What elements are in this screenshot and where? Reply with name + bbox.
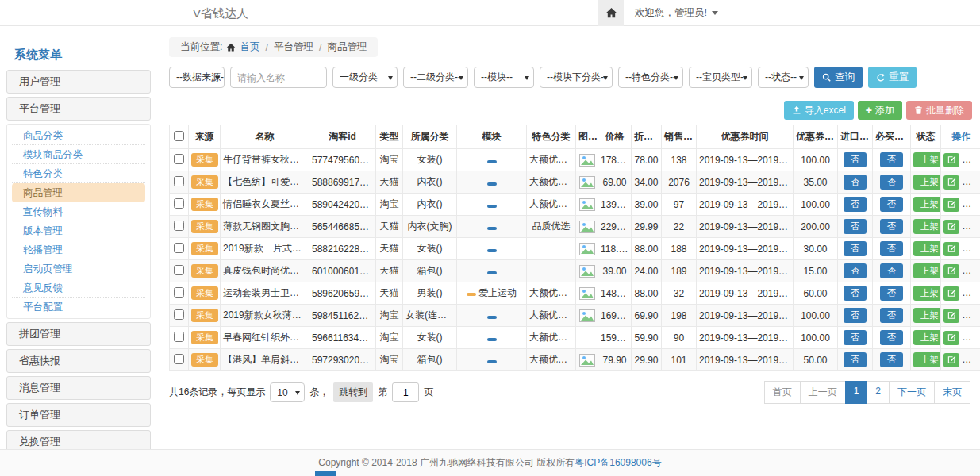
edit-button[interactable] xyxy=(943,353,959,367)
sidebar-subitem-current[interactable]: 商品管理 xyxy=(12,183,145,202)
sidebar-section-platform-management[interactable]: 平台管理 xyxy=(6,97,151,121)
delete-button[interactable] xyxy=(965,331,980,345)
delete-button[interactable] xyxy=(965,242,980,256)
page-button[interactable]: 末页 xyxy=(934,381,970,404)
status-badge[interactable]: 上架 xyxy=(913,352,941,367)
import-flag-badge[interactable]: 否 xyxy=(844,308,867,323)
goto-page-button[interactable]: 跳转到 xyxy=(333,382,373,402)
page-button[interactable]: 2 xyxy=(867,381,890,404)
status-badge[interactable]: 上架 xyxy=(913,286,941,301)
row-checkbox[interactable] xyxy=(174,287,184,298)
import-flag-badge[interactable]: 否 xyxy=(844,286,867,301)
filter-select-level1-category[interactable]: 一级分类 xyxy=(332,67,398,88)
must-buy-badge[interactable]: 否 xyxy=(880,152,904,167)
must-buy-badge[interactable]: 否 xyxy=(880,352,904,367)
sidebar-subitem[interactable]: 宣传物料 xyxy=(12,202,145,221)
import-flag-badge[interactable]: 否 xyxy=(844,152,867,167)
breadcrumb-home-link[interactable]: 首页 xyxy=(240,40,259,54)
sidebar-subitem[interactable]: 特色分类 xyxy=(12,164,145,183)
edit-button[interactable] xyxy=(943,153,959,167)
import-flag-badge[interactable]: 否 xyxy=(844,219,867,234)
row-checkbox[interactable] xyxy=(174,354,184,364)
status-badge[interactable]: 上架 xyxy=(913,308,941,323)
sidebar-subitem[interactable]: 模块商品分类 xyxy=(12,145,145,164)
edit-button[interactable] xyxy=(943,242,959,256)
page-button[interactable]: 1 xyxy=(845,381,868,404)
import-flag-badge[interactable]: 否 xyxy=(844,241,867,256)
row-checkbox[interactable] xyxy=(174,309,184,320)
must-buy-badge[interactable]: 否 xyxy=(880,197,904,212)
sidebar-subitem[interactable]: 平台配置 xyxy=(12,298,145,317)
product-name-input[interactable] xyxy=(230,67,327,88)
delete-button[interactable] xyxy=(965,264,980,278)
import-flag-badge[interactable]: 否 xyxy=(844,352,867,367)
status-badge[interactable]: 上架 xyxy=(913,330,941,345)
delete-button[interactable] xyxy=(965,153,980,167)
sidebar-section-message-management[interactable]: 消息管理 xyxy=(6,376,151,400)
edit-button[interactable] xyxy=(943,309,959,323)
delete-button[interactable] xyxy=(965,175,980,190)
status-badge[interactable]: 上架 xyxy=(913,175,941,190)
row-checkbox[interactable] xyxy=(174,198,184,209)
sidebar-subitem[interactable]: 意见反馈 xyxy=(12,278,145,298)
row-checkbox[interactable] xyxy=(174,265,184,275)
add-button[interactable]: + 添加 xyxy=(858,101,902,120)
must-buy-badge[interactable]: 否 xyxy=(880,286,904,301)
row-checkbox[interactable] xyxy=(174,154,184,164)
delete-button[interactable] xyxy=(965,220,980,234)
import-excel-button[interactable]: 导入excel xyxy=(784,101,854,120)
batch-delete-button[interactable]: 批量删除 xyxy=(906,101,972,120)
filter-select-module[interactable]: --模块-- xyxy=(474,67,534,88)
reset-button[interactable]: 重置 xyxy=(868,67,917,88)
sidebar-section-group-buy[interactable]: 拼团管理 xyxy=(6,322,151,346)
import-flag-badge[interactable]: 否 xyxy=(844,330,867,345)
page-size-select[interactable]: 10 xyxy=(270,382,305,402)
import-flag-badge[interactable]: 否 xyxy=(844,175,867,190)
select-all-checkbox[interactable] xyxy=(174,131,184,141)
status-badge[interactable]: 上架 xyxy=(913,241,941,256)
status-badge[interactable]: 上架 xyxy=(913,219,941,234)
user-menu[interactable]: 欢迎您，管理员! xyxy=(635,6,718,20)
must-buy-badge[interactable]: 否 xyxy=(880,219,904,234)
delete-button[interactable] xyxy=(965,309,980,323)
status-badge[interactable]: 上架 xyxy=(913,263,941,278)
must-buy-badge[interactable]: 否 xyxy=(880,175,904,190)
filter-select-module-subcategory[interactable]: --模块下分类-- xyxy=(540,67,613,88)
import-flag-badge[interactable]: 否 xyxy=(844,263,867,278)
row-checkbox[interactable] xyxy=(174,176,184,186)
edit-button[interactable] xyxy=(943,175,959,190)
delete-button[interactable] xyxy=(965,286,980,301)
filter-select-status[interactable]: --状态-- xyxy=(758,67,809,88)
edit-button[interactable] xyxy=(943,286,959,301)
page-button[interactable]: 首页 xyxy=(764,381,801,404)
row-checkbox[interactable] xyxy=(174,221,184,231)
sidebar-subitem[interactable]: 轮播管理 xyxy=(12,240,145,259)
import-flag-badge[interactable]: 否 xyxy=(844,197,867,212)
edit-button[interactable] xyxy=(943,264,959,278)
search-button[interactable]: 查询 xyxy=(814,67,863,88)
must-buy-badge[interactable]: 否 xyxy=(880,263,904,278)
edit-button[interactable] xyxy=(943,198,959,212)
filter-select-feature-category[interactable]: --特色分类-- xyxy=(618,67,683,88)
page-button[interactable]: 下一页 xyxy=(889,381,935,404)
sidebar-subitem[interactable]: 启动页管理 xyxy=(12,259,145,278)
must-buy-badge[interactable]: 否 xyxy=(880,308,904,323)
edit-button[interactable] xyxy=(943,331,959,345)
sidebar-section-order-management[interactable]: 订单管理 xyxy=(6,403,151,427)
filter-select-data-source[interactable]: --数据来源-- xyxy=(169,67,225,88)
status-badge[interactable]: 上架 xyxy=(913,152,941,167)
sidebar-section-express-news[interactable]: 省惠快报 xyxy=(6,349,151,373)
sidebar-subitem[interactable]: 版本管理 xyxy=(12,221,145,240)
delete-button[interactable] xyxy=(965,198,980,212)
sidebar-subitem[interactable]: 商品分类 xyxy=(12,126,145,145)
row-checkbox[interactable] xyxy=(174,243,184,253)
page-button[interactable]: 上一页 xyxy=(800,381,846,404)
row-checkbox[interactable] xyxy=(174,332,184,342)
goto-page-input[interactable] xyxy=(392,382,419,402)
edit-button[interactable] xyxy=(943,220,959,234)
home-button[interactable] xyxy=(598,0,624,26)
filter-select-level2-category[interactable]: --二级分类-- xyxy=(403,67,468,88)
icp-link[interactable]: 粤ICP备16098006号 xyxy=(575,456,661,470)
status-badge[interactable]: 上架 xyxy=(913,197,941,212)
must-buy-badge[interactable]: 否 xyxy=(880,241,904,256)
